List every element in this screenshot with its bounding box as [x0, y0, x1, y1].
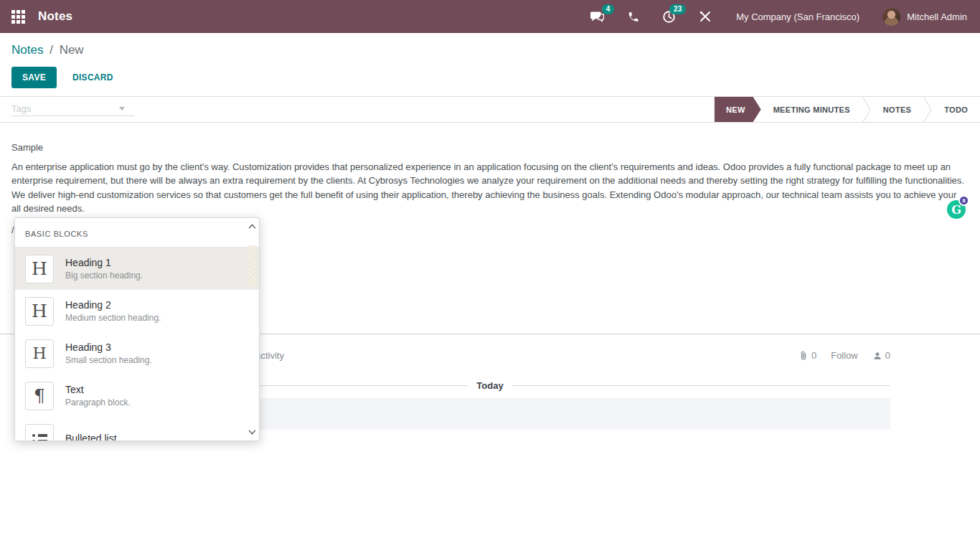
- user-menu[interactable]: Mitchell Admin: [875, 5, 969, 29]
- bulleted-list-icon: [25, 424, 54, 442]
- powerbox-item-desc: Big section heading.: [65, 270, 143, 281]
- powerbox-item-label: Text: [65, 384, 131, 395]
- grammarly-badge: 8: [958, 195, 969, 206]
- follow-label: Follow: [831, 350, 858, 361]
- user-avatar: [882, 8, 900, 26]
- powerbox-item-label: Bulleted list: [65, 433, 117, 442]
- powerbox-item-heading2[interactable]: H Heading 2 Medium section heading.: [15, 290, 259, 332]
- tools-icon: [699, 10, 712, 23]
- user-name: Mitchell Admin: [907, 11, 967, 22]
- debug-tools-button[interactable]: [690, 6, 720, 27]
- tags-field: [11, 103, 135, 116]
- chevron-separator-icon: [923, 97, 932, 122]
- dropdown-caret-icon[interactable]: [119, 107, 125, 110]
- powerbox-item-heading3[interactable]: H Heading 3 Small section heading.: [15, 332, 259, 375]
- attachments-count: 0: [811, 350, 816, 361]
- form-action-buttons: SAVE DISCARD: [11, 67, 969, 88]
- messages-button[interactable]: 4: [581, 6, 613, 27]
- heading-icon: H: [25, 255, 54, 283]
- command-powerbox-dropdown: BASIC BLOCKS H Heading 1 Big section hea…: [14, 217, 260, 441]
- note-title[interactable]: Sample: [11, 141, 969, 155]
- breadcrumb-current: New: [60, 43, 84, 57]
- breadcrumb: Notes / New: [11, 43, 969, 57]
- stage-notes[interactable]: NOTES: [871, 97, 923, 122]
- phone-icon: [627, 11, 639, 23]
- heading-icon: H: [25, 339, 54, 368]
- follow-button[interactable]: Follow: [831, 350, 858, 361]
- powerbox-item-bulleted-list[interactable]: Bulleted list: [15, 417, 259, 441]
- powerbox-scrollbar[interactable]: [247, 220, 258, 439]
- powerbox-item-desc: Medium section heading.: [65, 313, 161, 323]
- calls-button[interactable]: [618, 6, 648, 27]
- breadcrumb-notes-link[interactable]: Notes: [11, 43, 43, 57]
- tags-input[interactable]: [11, 103, 119, 114]
- powerbox-item-label: Heading 3: [65, 342, 152, 353]
- paperclip-icon: [798, 350, 809, 361]
- scroll-up-icon[interactable]: [247, 221, 258, 232]
- messages-badge: 4: [602, 4, 615, 14]
- grammarly-icon[interactable]: G 8: [947, 200, 966, 219]
- powerbox-item-heading1[interactable]: H Heading 1 Big section heading.: [15, 248, 259, 290]
- chevron-separator-icon: [862, 97, 871, 122]
- app-title: Notes: [38, 9, 72, 24]
- heading-icon: H: [25, 297, 54, 326]
- attachments-button[interactable]: 0: [798, 350, 816, 361]
- powerbox-item-desc: Paragraph block.: [65, 397, 131, 408]
- control-panel: Notes / New SAVE DISCARD: [0, 33, 980, 88]
- followers-button[interactable]: 0: [872, 350, 890, 361]
- company-switcher[interactable]: My Company (San Francisco): [726, 7, 870, 27]
- stage-todo[interactable]: TODO: [932, 97, 980, 122]
- breadcrumb-separator: /: [50, 43, 53, 57]
- form-header-row: NEW MEETING MINUTES NOTES TODO: [0, 96, 980, 123]
- apps-grid-icon: [11, 10, 25, 24]
- stage-statusbar: NEW MEETING MINUTES NOTES TODO: [714, 97, 980, 122]
- paragraph-icon: ¶: [25, 382, 54, 410]
- stage-meeting-minutes[interactable]: MEETING MINUTES: [761, 97, 862, 122]
- powerbox-item-label: Heading 2: [65, 299, 161, 311]
- powerbox-section-title: BASIC BLOCKS: [15, 218, 259, 248]
- activities-button[interactable]: 23: [654, 6, 684, 28]
- powerbox-item-text[interactable]: ¶ Text Paragraph block.: [15, 375, 259, 417]
- powerbox-item-label: Heading 1: [65, 257, 143, 268]
- today-label: Today: [476, 380, 503, 391]
- stage-new[interactable]: NEW: [715, 97, 761, 122]
- followers-count: 0: [885, 350, 890, 361]
- navbar-right-group: 4 23: [581, 5, 969, 29]
- save-button[interactable]: SAVE: [11, 67, 57, 88]
- person-icon: [872, 351, 882, 361]
- top-navbar: Notes 4 23: [0, 0, 980, 33]
- notes-app-page: Notes 4 23: [0, 0, 980, 551]
- scroll-down-icon[interactable]: [247, 427, 258, 438]
- divider-line: [512, 385, 890, 386]
- powerbox-item-desc: Small section heading.: [65, 355, 152, 365]
- discard-button[interactable]: DISCARD: [64, 67, 122, 88]
- note-paragraph[interactable]: An enterprise application must go by the…: [11, 160, 969, 216]
- activities-badge: 23: [669, 4, 686, 14]
- scrollbar-thumb[interactable]: [248, 245, 256, 287]
- chatter-meta: 0 Follow 0: [798, 350, 890, 361]
- apps-menu-button[interactable]: [11, 10, 25, 24]
